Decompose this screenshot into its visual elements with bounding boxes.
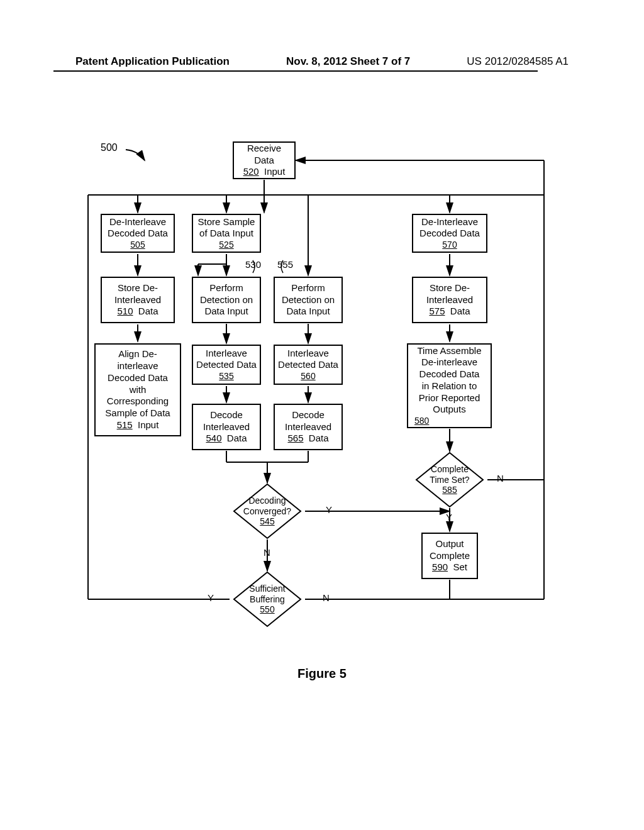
box-505-l2: Decoded Data xyxy=(108,228,168,240)
figure-5: 500 Receive Data 520 Input De-Interleave… xyxy=(82,138,553,648)
box-510-l1: Store De- xyxy=(118,282,158,294)
box-530-l1: Perform xyxy=(209,282,243,294)
header-date-sheet: Nov. 8, 2012 Sheet 7 of 7 xyxy=(286,55,410,68)
diamond-545: Decoding Converged? 545 xyxy=(233,483,302,540)
box-515-l4: with xyxy=(130,384,147,396)
box-560-ref: 560 xyxy=(301,371,315,382)
header-rule xyxy=(53,70,538,72)
ref-530-callout: 530 xyxy=(245,259,261,270)
box-575-ref: 575 xyxy=(429,306,445,316)
box-590-ref: 590 xyxy=(432,562,448,572)
d550-ref: 550 xyxy=(260,604,274,614)
box-540-ref: 540 xyxy=(206,433,221,443)
box-525: Store Sample of Data Input 525 xyxy=(192,214,261,253)
figure-caption: Figure 5 xyxy=(0,667,644,681)
box-555-l3: Data Input xyxy=(286,306,330,318)
ref-555-callout: 555 xyxy=(277,259,293,270)
box-560: Interleave Detected Data 560 xyxy=(274,345,343,385)
box-515-ref: 515 xyxy=(117,419,133,430)
box-575: Store De- Interleaved 575 Data xyxy=(412,277,487,323)
box-515-l7: Input xyxy=(138,419,158,430)
d585-y: Y xyxy=(446,512,452,523)
d550-n: N xyxy=(323,592,330,603)
box-555-l1: Perform xyxy=(291,282,325,294)
box-565-l2: Interleaved xyxy=(285,421,331,433)
box-530-l3: Data Input xyxy=(204,306,248,318)
diamond-585: Complete Time Set? 585 xyxy=(415,451,484,508)
d545-n: N xyxy=(264,547,270,558)
box-590-l3: Set xyxy=(453,562,467,572)
box-580-l4: in Relation to xyxy=(422,380,477,392)
d545-ref: 545 xyxy=(260,516,274,526)
box-590: Output Complete 590 Set xyxy=(421,533,478,579)
box-505: De-Interleave Decoded Data 505 xyxy=(101,214,175,253)
box-540-l2: Interleaved xyxy=(203,421,250,433)
box-515-l3: Decoded Data xyxy=(108,372,168,384)
box-520-line1: Receive Data xyxy=(236,143,292,167)
box-580-ref: 580 xyxy=(414,416,429,427)
box-565-l3: Data xyxy=(309,433,329,443)
diamond-550: Sufficient Buffering 550 xyxy=(233,571,302,628)
d550-l1: Sufficient xyxy=(249,584,285,594)
box-580-l2: De-interleave xyxy=(421,357,477,368)
box-535-ref: 535 xyxy=(219,371,233,382)
header-publication: Patent Application Publication xyxy=(75,55,230,68)
d550-l2: Buffering xyxy=(249,594,285,605)
box-510-ref: 510 xyxy=(117,306,133,316)
box-510-l3: Data xyxy=(138,306,158,316)
box-515-l2: interleave xyxy=(117,360,158,372)
box-505-ref: 505 xyxy=(130,240,145,251)
d585-l2: Time Set? xyxy=(430,475,469,485)
box-580-l1: Time Assemble xyxy=(418,345,482,357)
d585-l1: Complete xyxy=(430,464,469,475)
box-560-l1: Interleave xyxy=(287,348,329,360)
box-575-l2: Interleaved xyxy=(426,294,473,306)
box-510: Store De- Interleaved 510 Data xyxy=(101,277,175,323)
box-580-l5: Prior Reported xyxy=(419,392,480,404)
box-515: Align De- interleave Decoded Data with C… xyxy=(94,343,181,436)
box-520-line2: Input xyxy=(264,166,285,177)
box-receive-data-input: Receive Data 520 Input xyxy=(233,141,296,179)
d585-n: N xyxy=(497,473,504,484)
box-520-ref: 520 xyxy=(243,166,259,177)
d545-l1: Decoding xyxy=(243,495,291,506)
header-pubno: US 2012/0284585 A1 xyxy=(467,55,569,68)
box-525-ref: 525 xyxy=(219,240,233,251)
box-590-l1: Output xyxy=(435,538,464,550)
box-515-l1: Align De- xyxy=(118,348,157,360)
d550-y: Y xyxy=(208,592,214,603)
d545-y: Y xyxy=(326,504,332,515)
box-570-l1: De-Interleave xyxy=(421,216,478,228)
box-530-l2: Detection on xyxy=(200,294,253,306)
ref-500: 500 xyxy=(101,142,118,153)
box-570: De-Interleave Decoded Data 570 xyxy=(412,214,487,253)
box-580: Time Assemble De-interleave Decoded Data… xyxy=(407,343,492,428)
box-505-l1: De-Interleave xyxy=(109,216,166,228)
box-570-ref: 570 xyxy=(442,240,457,251)
box-555-l2: Detection on xyxy=(282,294,335,306)
box-565-ref: 565 xyxy=(287,433,303,443)
box-515-l6: Sample of Data xyxy=(105,407,170,419)
box-525-l2: of Data Input xyxy=(199,228,253,240)
box-540-l1: Decode xyxy=(210,409,243,421)
box-535-l2: Detected Data xyxy=(196,359,257,371)
box-510-l2: Interleaved xyxy=(114,294,161,306)
box-590-l2: Complete xyxy=(430,550,470,562)
box-530: Perform Detection on Data Input xyxy=(192,277,261,323)
box-580-l3: Decoded Data xyxy=(419,368,480,380)
d545-l2: Converged? xyxy=(243,506,291,517)
box-535-l1: Interleave xyxy=(206,348,247,360)
box-515-l5: Corresponding xyxy=(107,396,169,407)
box-575-l3: Data xyxy=(450,306,470,316)
box-570-l2: Decoded Data xyxy=(419,228,480,240)
d585-ref: 585 xyxy=(442,485,457,495)
box-565: Decode Interleaved 565 Data xyxy=(274,404,343,450)
box-540-l3: Data xyxy=(227,433,247,443)
box-560-l2: Detected Data xyxy=(278,359,338,371)
box-525-l1: Store Sample xyxy=(198,216,255,228)
box-535: Interleave Detected Data 535 xyxy=(192,345,261,385)
box-540: Decode Interleaved 540 Data xyxy=(192,404,261,450)
box-580-l6: Outputs xyxy=(433,404,466,416)
box-565-l1: Decode xyxy=(292,409,325,421)
box-575-l1: Store De- xyxy=(430,282,470,294)
